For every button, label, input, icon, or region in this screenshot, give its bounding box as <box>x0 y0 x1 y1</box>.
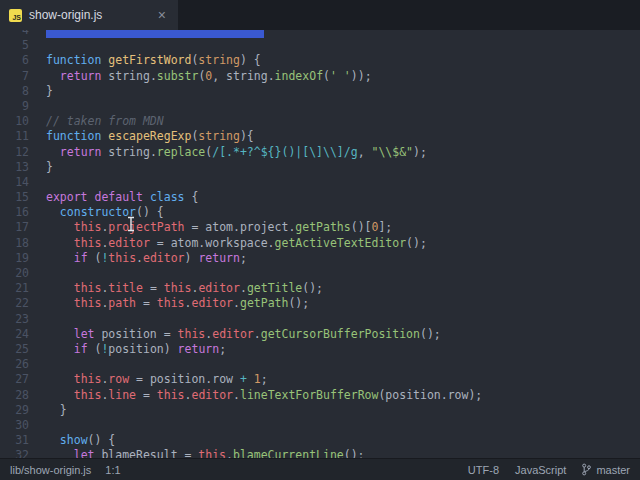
line-number: 11 <box>0 129 29 144</box>
code-text: return string.substr(0, string.indexOf('… <box>29 69 372 84</box>
line-number: 18 <box>0 236 29 251</box>
tab-show-origin[interactable]: JS show-origin.js × <box>0 0 178 30</box>
status-bar-left: lib/show-origin.js 1:1 <box>10 464 121 476</box>
line-number: 6 <box>0 53 29 68</box>
code-text: } <box>29 160 53 175</box>
code-text: function escapeRegExp(string){ <box>29 129 254 144</box>
line-number: 14 <box>0 175 29 190</box>
file-path: lib/show-origin.js <box>10 464 91 476</box>
code-editor-pane[interactable]: 456function getFirstWord(string) {7 retu… <box>0 30 640 458</box>
code-line[interactable]: 10// taken from MDN <box>0 114 640 129</box>
code-line[interactable]: 9 <box>0 99 640 114</box>
git-branch-icon <box>582 463 591 476</box>
code-line[interactable]: 16 constructor() { <box>0 205 640 220</box>
code-line[interactable]: 15export default class { <box>0 190 640 205</box>
tab-title: show-origin.js <box>29 8 148 22</box>
line-number: 16 <box>0 205 29 220</box>
line-number: 13 <box>0 160 29 175</box>
code-line[interactable]: 19 if (!this.editor) return; <box>0 251 640 266</box>
code-text: this.editor = atom.workspace.getActiveTe… <box>29 236 427 251</box>
git-branch-indicator[interactable]: master <box>582 463 630 476</box>
line-number: 20 <box>0 266 29 281</box>
line-number: 23 <box>0 312 29 327</box>
code-text: // taken from MDN <box>29 114 164 129</box>
line-number: 21 <box>0 281 29 296</box>
code-line[interactable]: 11function escapeRegExp(string){ <box>0 129 640 144</box>
line-number: 12 <box>0 145 29 160</box>
tab-bar: JS show-origin.js × <box>0 0 640 30</box>
line-number: 5 <box>0 38 29 53</box>
code-line[interactable]: 27 this.row = position.row + 1; <box>0 372 640 387</box>
code-text: this.line = this.editor.lineTextForBuffe… <box>29 388 482 403</box>
code-text: if (!position) return; <box>29 342 226 357</box>
line-number: 22 <box>0 296 29 311</box>
line-number: 10 <box>0 114 29 129</box>
line-number: 4 <box>0 30 29 38</box>
code-line[interactable]: 4 <box>0 30 640 38</box>
code-line[interactable]: 30 <box>0 418 640 433</box>
line-number: 28 <box>0 388 29 403</box>
code-text: if (!this.editor) return; <box>29 251 247 266</box>
line-number: 27 <box>0 372 29 387</box>
code-line[interactable]: 24 let position = this.editor.getCursorB… <box>0 327 640 342</box>
code-text: this.path = this.editor.getPath(); <box>29 296 309 311</box>
code-line[interactable]: 14 <box>0 175 640 190</box>
code-text <box>29 266 46 281</box>
line-number: 29 <box>0 403 29 418</box>
code-line[interactable]: 12 return string.replace(/[.*+?^${}()|[\… <box>0 145 640 160</box>
code-line[interactable]: 18 this.editor = atom.workspace.getActiv… <box>0 236 640 251</box>
line-number: 24 <box>0 327 29 342</box>
code-line[interactable]: 8} <box>0 84 640 99</box>
encoding-selector[interactable]: UTF-8 <box>468 464 499 476</box>
code-text: export default class { <box>29 190 198 205</box>
code-text <box>29 99 46 114</box>
cursor-position[interactable]: 1:1 <box>105 464 120 476</box>
javascript-file-icon: JS <box>9 9 22 22</box>
code-lines: 456function getFirstWord(string) {7 retu… <box>0 30 640 458</box>
code-line[interactable]: 22 this.path = this.editor.getPath(); <box>0 296 640 311</box>
line-number: 25 <box>0 342 29 357</box>
selection-highlight <box>46 30 264 38</box>
code-text: this.title = this.editor.getTitle(); <box>29 281 323 296</box>
line-number: 15 <box>0 190 29 205</box>
branch-name: master <box>596 464 630 476</box>
code-line[interactable]: 13} <box>0 160 640 175</box>
code-text: } <box>29 84 53 99</box>
line-number: 31 <box>0 433 29 448</box>
code-text: return string.replace(/[.*+?^${}()|[\]\\… <box>29 145 427 160</box>
code-line[interactable]: 23 <box>0 312 640 327</box>
code-text <box>29 418 46 433</box>
code-text: let blameResult = this.blameCurrentLine(… <box>29 448 365 458</box>
line-number: 26 <box>0 357 29 372</box>
status-bar-right: UTF-8 JavaScript master <box>468 463 630 476</box>
code-text <box>29 38 46 53</box>
code-text: } <box>29 403 67 418</box>
code-text: this.row = position.row + 1; <box>29 372 268 387</box>
line-number: 17 <box>0 220 29 235</box>
code-line[interactable]: 7 return string.substr(0, string.indexOf… <box>0 69 640 84</box>
language-selector[interactable]: JavaScript <box>515 464 566 476</box>
code-text: function getFirstWord(string) { <box>29 53 261 68</box>
line-number: 7 <box>0 69 29 84</box>
code-line[interactable]: 17 this.projectPath = atom.project.getPa… <box>0 220 640 235</box>
code-line[interactable]: 21 this.title = this.editor.getTitle(); <box>0 281 640 296</box>
code-line[interactable]: 31 show() { <box>0 433 640 448</box>
code-text <box>29 312 46 327</box>
code-line[interactable]: 25 if (!position) return; <box>0 342 640 357</box>
code-text: show() { <box>29 433 115 448</box>
code-line[interactable]: 20 <box>0 266 640 281</box>
code-text: constructor() { <box>29 205 164 220</box>
code-line[interactable]: 28 this.line = this.editor.lineTextForBu… <box>0 388 640 403</box>
code-line[interactable]: 6function getFirstWord(string) { <box>0 53 640 68</box>
code-line[interactable]: 26 <box>0 357 640 372</box>
code-line[interactable]: 29 } <box>0 403 640 418</box>
code-line[interactable]: 32 let blameResult = this.blameCurrentLi… <box>0 448 640 458</box>
line-number: 32 <box>0 448 29 458</box>
line-number: 8 <box>0 84 29 99</box>
code-line[interactable]: 5 <box>0 38 640 53</box>
code-text <box>29 30 264 38</box>
code-text: let position = this.editor.getCursorBuff… <box>29 327 441 342</box>
tab-close-button[interactable]: × <box>155 6 169 24</box>
code-text <box>29 357 46 372</box>
line-number: 9 <box>0 99 29 114</box>
